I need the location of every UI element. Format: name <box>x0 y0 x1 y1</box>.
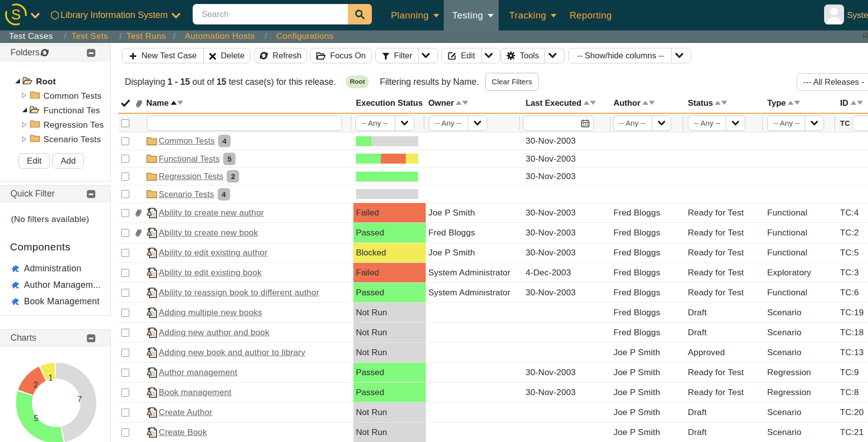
svg-text:S: S <box>11 6 20 22</box>
